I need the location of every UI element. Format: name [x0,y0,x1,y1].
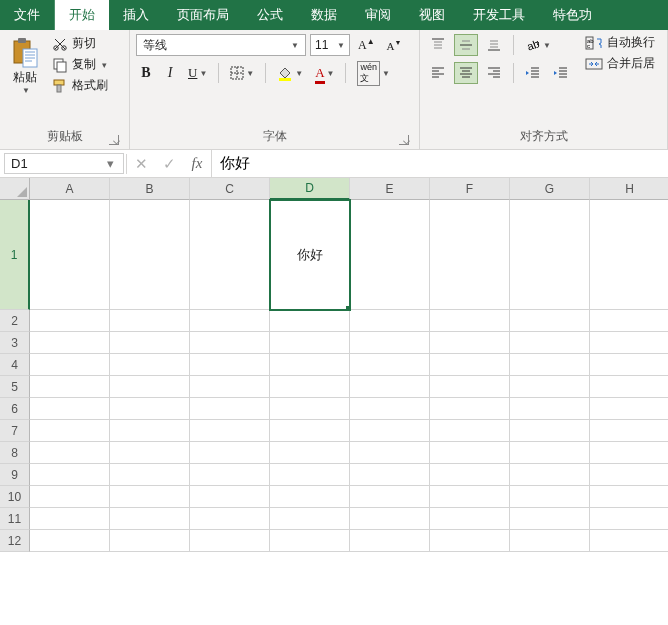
cell-H10[interactable] [590,486,668,508]
cell-E12[interactable] [350,530,430,552]
row-header-6[interactable]: 6 [0,398,30,420]
cell-E5[interactable] [350,376,430,398]
col-header-A[interactable]: A [30,178,110,200]
cell-C8[interactable] [190,442,270,464]
enter-button[interactable]: ✓ [155,150,183,178]
cell-F6[interactable] [430,398,510,420]
col-header-H[interactable]: H [590,178,668,200]
cell-C11[interactable] [190,508,270,530]
cell-A1[interactable] [30,200,110,310]
cell-D10[interactable] [270,486,350,508]
cell-C1[interactable] [190,200,270,310]
cell-E11[interactable] [350,508,430,530]
cell-B3[interactable] [110,332,190,354]
cell-D8[interactable] [270,442,350,464]
cell-C7[interactable] [190,420,270,442]
cell-H5[interactable] [590,376,668,398]
align-bottom-button[interactable] [482,34,506,56]
insert-function-button[interactable]: fx [183,150,211,178]
tab-special[interactable]: 特色功 [539,0,606,30]
cell-G4[interactable] [510,354,590,376]
cell-A10[interactable] [30,486,110,508]
align-right-button[interactable] [482,62,506,84]
cell-F5[interactable] [430,376,510,398]
cell-E2[interactable] [350,310,430,332]
cell-B11[interactable] [110,508,190,530]
cell-F10[interactable] [430,486,510,508]
cell-A8[interactable] [30,442,110,464]
cell-C12[interactable] [190,530,270,552]
underline-button[interactable]: U▼ [184,62,211,84]
col-header-E[interactable]: E [350,178,430,200]
cell-G5[interactable] [510,376,590,398]
tab-file[interactable]: 文件 [0,0,55,30]
cell-F1[interactable] [430,200,510,310]
tab-data[interactable]: 数据 [297,0,351,30]
cell-D2[interactable] [270,310,350,332]
row-header-4[interactable]: 4 [0,354,30,376]
cell-F3[interactable] [430,332,510,354]
cell-D6[interactable] [270,398,350,420]
paste-button[interactable]: 粘贴 ▼ [6,34,44,98]
row-header-11[interactable]: 11 [0,508,30,530]
cell-C2[interactable] [190,310,270,332]
cell-B10[interactable] [110,486,190,508]
cell-H12[interactable] [590,530,668,552]
cell-G1[interactable] [510,200,590,310]
cell-H8[interactable] [590,442,668,464]
cut-button[interactable]: 剪切 [50,34,110,53]
cell-D3[interactable] [270,332,350,354]
borders-button[interactable]: ▼ [226,62,258,84]
col-header-F[interactable]: F [430,178,510,200]
row-header-7[interactable]: 7 [0,420,30,442]
row-header-10[interactable]: 10 [0,486,30,508]
bold-button[interactable]: B [136,62,156,84]
align-top-button[interactable] [426,34,450,56]
cell-B12[interactable] [110,530,190,552]
row-header-12[interactable]: 12 [0,530,30,552]
cell-F2[interactable] [430,310,510,332]
tab-dev[interactable]: 开发工具 [459,0,539,30]
col-header-B[interactable]: B [110,178,190,200]
cell-F8[interactable] [430,442,510,464]
cell-H9[interactable] [590,464,668,486]
cell-G8[interactable] [510,442,590,464]
align-left-button[interactable] [426,62,450,84]
merge-center-button[interactable]: 合并后居 [583,55,657,72]
cell-A12[interactable] [30,530,110,552]
copy-button[interactable]: 复制 ▾ [50,55,110,74]
cell-H1[interactable] [590,200,668,310]
cell-D1[interactable]: 你好 [270,200,350,310]
wrap-text-button[interactable]: abc 自动换行 [583,34,657,51]
select-all-corner[interactable] [0,178,30,200]
orientation-button[interactable]: ab▼ [521,34,555,56]
row-header-2[interactable]: 2 [0,310,30,332]
cell-C5[interactable] [190,376,270,398]
col-header-G[interactable]: G [510,178,590,200]
tab-page-layout[interactable]: 页面布局 [163,0,243,30]
cell-E1[interactable] [350,200,430,310]
formula-input[interactable] [211,150,668,177]
cell-H3[interactable] [590,332,668,354]
cell-D7[interactable] [270,420,350,442]
align-middle-button[interactable] [454,34,478,56]
increase-indent-button[interactable] [549,62,573,84]
font-size-combo[interactable]: 11 ▼ [310,34,350,56]
cell-E8[interactable] [350,442,430,464]
cell-B4[interactable] [110,354,190,376]
cell-G6[interactable] [510,398,590,420]
cell-C9[interactable] [190,464,270,486]
cell-H4[interactable] [590,354,668,376]
phonetic-button[interactable]: wén文 ▼ [353,62,393,84]
dialog-launcher-icon[interactable] [399,135,409,145]
font-color-button[interactable]: A ▼ [311,62,338,84]
cell-E3[interactable] [350,332,430,354]
cell-D9[interactable] [270,464,350,486]
cell-E6[interactable] [350,398,430,420]
row-header-9[interactable]: 9 [0,464,30,486]
cell-B8[interactable] [110,442,190,464]
cell-A3[interactable] [30,332,110,354]
cell-D5[interactable] [270,376,350,398]
cell-A7[interactable] [30,420,110,442]
name-box[interactable]: D1 ▾ [4,153,124,174]
